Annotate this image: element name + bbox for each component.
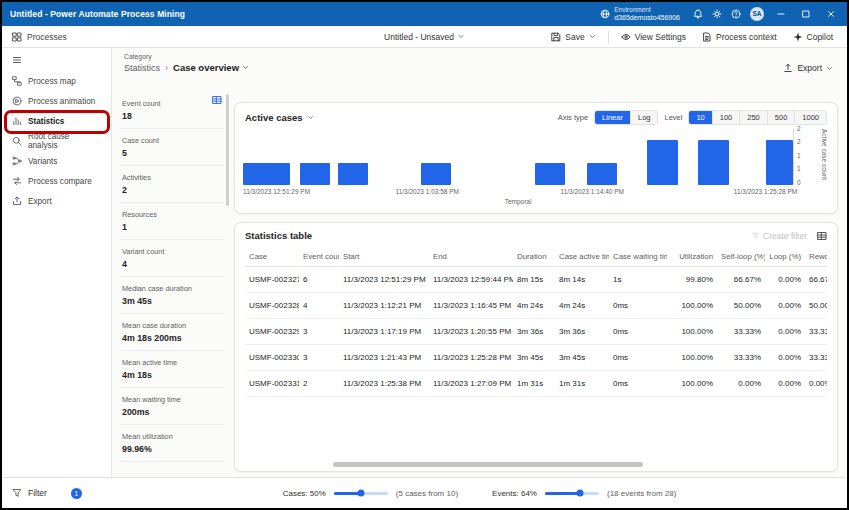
table-row[interactable]: USMF-002327611/3/2023 12:51:29 PM11/3/20… bbox=[245, 267, 827, 293]
column-header-end[interactable]: End bbox=[429, 247, 513, 267]
view-settings-label: View Settings bbox=[635, 32, 686, 42]
sidebar-item-statistics[interactable]: Statistics bbox=[2, 111, 111, 131]
hamburger-menu-icon[interactable] bbox=[12, 55, 22, 65]
table-cell: 11/3/2023 1:25:38 PM bbox=[339, 371, 429, 397]
column-header-case-waiting-time[interactable]: Case waiting time bbox=[609, 247, 667, 267]
active-cases-card: Active cases Axis type LinearLog Level 1… bbox=[234, 102, 838, 214]
close-button[interactable] bbox=[823, 9, 839, 19]
document-title-button[interactable]: Untitled - Unsaved bbox=[384, 32, 465, 42]
process-context-button[interactable]: Process context bbox=[696, 29, 782, 45]
slider-thumb[interactable] bbox=[357, 490, 364, 497]
breadcrumb-current[interactable]: Case overview bbox=[173, 62, 249, 73]
chart-y-axis-label: Active case count bbox=[821, 129, 828, 185]
chart-bar[interactable] bbox=[300, 163, 330, 185]
level-10-button[interactable]: 10 bbox=[689, 111, 712, 124]
create-filter-button[interactable]: Create filter bbox=[752, 231, 807, 241]
notifications-icon[interactable] bbox=[693, 9, 703, 19]
copilot-button[interactable]: Copilot bbox=[787, 29, 839, 45]
table-cell: 0.00% bbox=[765, 319, 805, 345]
help-icon[interactable] bbox=[731, 9, 741, 19]
slider-thumb[interactable] bbox=[576, 490, 583, 497]
breadcrumb-parent[interactable]: Statistics bbox=[124, 63, 160, 73]
export-button[interactable]: Export bbox=[783, 63, 833, 73]
stat-value: 200ms bbox=[122, 407, 222, 417]
sidebar-item-export[interactable]: Export bbox=[2, 191, 111, 211]
column-header-utilization[interactable]: Utilization bbox=[667, 247, 717, 267]
sidebar-item-process-map[interactable]: Process map bbox=[2, 71, 111, 91]
y-tick-label: 1 bbox=[797, 166, 801, 173]
stat-activities: Activities2 bbox=[120, 166, 224, 203]
level-1000-button[interactable]: 1000 bbox=[795, 111, 826, 124]
chart-bar[interactable] bbox=[766, 140, 794, 185]
chart-bar[interactable] bbox=[535, 163, 565, 185]
sidebar-item-variants[interactable]: Variants bbox=[2, 151, 111, 171]
column-header-rework[interactable]: Rework (%) bbox=[805, 247, 827, 267]
stat-value: 1 bbox=[122, 222, 222, 232]
breadcrumb: Statistics › Case overview bbox=[124, 62, 249, 73]
table-cell: 66.67% bbox=[717, 267, 765, 293]
axis-type-linear-button[interactable]: Linear bbox=[595, 111, 631, 124]
table-view-icon[interactable] bbox=[212, 95, 222, 105]
column-settings-icon[interactable] bbox=[817, 231, 827, 241]
column-header-start[interactable]: Start bbox=[339, 247, 429, 267]
table-row[interactable]: USMF-002328411/3/2023 1:12:21 PM11/3/202… bbox=[245, 293, 827, 319]
stat-value: 3m 45s bbox=[122, 296, 222, 306]
statistics-icon bbox=[12, 116, 22, 126]
table-cell: 50.00% bbox=[805, 293, 827, 319]
sidebar-item-root-cause-analysis[interactable]: Root cause analysis bbox=[2, 131, 111, 151]
table-row[interactable]: USMF-002331211/3/2023 1:25:38 PM11/3/202… bbox=[245, 371, 827, 397]
events-detail: (18 events from 28) bbox=[607, 489, 676, 498]
column-header-case-active-time[interactable]: Case active time bbox=[555, 247, 609, 267]
chevron-down-icon bbox=[242, 64, 249, 71]
breadcrumb-current-label: Case overview bbox=[173, 62, 239, 73]
filter-button[interactable]: Filter 1 bbox=[2, 488, 112, 499]
copilot-label: Copilot bbox=[807, 32, 833, 42]
horizontal-scrollbar[interactable] bbox=[333, 462, 643, 467]
sidebar-item-process-compare[interactable]: Process compare bbox=[2, 171, 111, 191]
chart-bar[interactable] bbox=[421, 163, 451, 185]
minimize-button[interactable] bbox=[773, 9, 789, 19]
events-slider[interactable] bbox=[545, 492, 599, 495]
column-header-loop[interactable]: Loop (%) bbox=[765, 247, 805, 267]
environment-picker[interactable]: Environment d365demosto456906 bbox=[596, 4, 684, 24]
environment-name: d365demosto456906 bbox=[614, 14, 680, 22]
column-header-case[interactable]: Case bbox=[245, 247, 299, 267]
stat-label: Event count bbox=[122, 99, 222, 108]
table-cell: 0ms bbox=[609, 345, 667, 371]
statistics-table-card: Statistics table Create filter CaseEvent… bbox=[234, 222, 838, 472]
table-cell: 1m 31s bbox=[513, 371, 555, 397]
table-row[interactable]: USMF-002329311/3/2023 1:17:19 PM11/3/202… bbox=[245, 319, 827, 345]
level-250-button[interactable]: 250 bbox=[740, 111, 768, 124]
table-cell: 0ms bbox=[609, 371, 667, 397]
cases-slider[interactable] bbox=[334, 492, 388, 495]
chart-bar[interactable] bbox=[587, 163, 617, 185]
maximize-button[interactable] bbox=[798, 9, 814, 19]
settings-gear-icon[interactable] bbox=[712, 9, 722, 19]
sidebar-item-label: Process animation bbox=[28, 97, 95, 106]
table-cell: 66.67% bbox=[805, 267, 827, 293]
chart-bar[interactable] bbox=[338, 163, 368, 185]
sidebar-item-process-animation[interactable]: Process animation bbox=[2, 91, 111, 111]
copilot-sparkle-icon bbox=[793, 32, 803, 42]
column-header-self-loop[interactable]: Self-loop (%) bbox=[717, 247, 765, 267]
vertical-scrollbar[interactable] bbox=[226, 94, 229, 206]
column-header-duration[interactable]: Duration bbox=[513, 247, 555, 267]
table-row[interactable]: USMF-002330311/3/2023 1:21:43 PM11/3/202… bbox=[245, 345, 827, 371]
level-500-button[interactable]: 500 bbox=[768, 111, 796, 124]
chart-bar[interactable] bbox=[243, 163, 290, 185]
avatar[interactable]: SA bbox=[750, 7, 764, 21]
chart-bar[interactable] bbox=[698, 140, 728, 185]
processes-button[interactable]: Processes bbox=[2, 26, 77, 47]
slider-fill bbox=[545, 492, 580, 495]
chart-title[interactable]: Active cases bbox=[245, 112, 303, 123]
view-settings-button[interactable]: View Settings bbox=[615, 29, 692, 45]
processes-icon bbox=[12, 32, 22, 42]
save-button[interactable]: Save bbox=[545, 29, 601, 45]
level-100-button[interactable]: 100 bbox=[713, 111, 741, 124]
chart-controls: Axis type LinearLog Level 10100250500100… bbox=[558, 110, 827, 125]
axis-type-log-button[interactable]: Log bbox=[631, 111, 658, 124]
column-header-event-count[interactable]: Event count bbox=[299, 247, 339, 267]
x-tick-label: 11/3/2023 12:51:29 PM bbox=[243, 188, 310, 195]
chevron-down-icon bbox=[826, 65, 833, 72]
chart-bar[interactable] bbox=[647, 140, 677, 185]
